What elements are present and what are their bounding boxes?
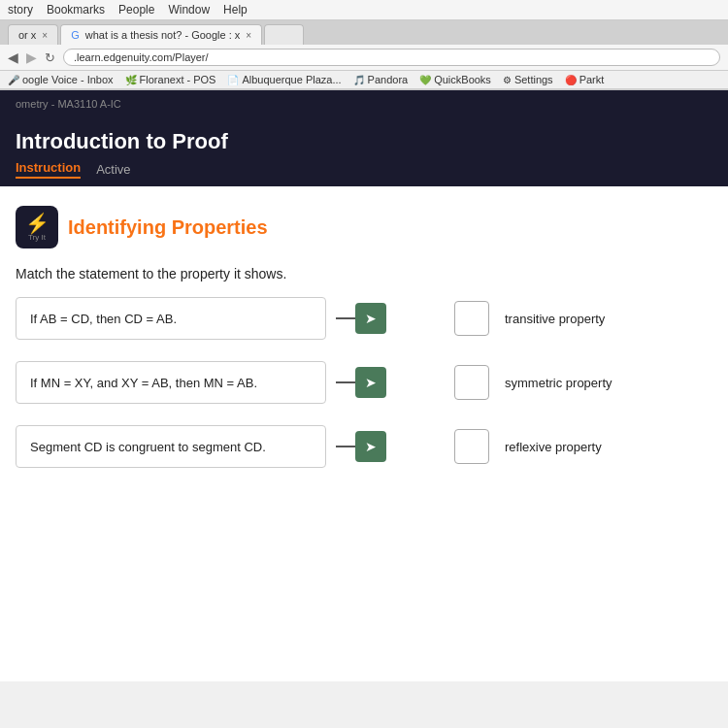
forward-btn[interactable]: ▶ bbox=[26, 50, 37, 65]
menu-help[interactable]: Help bbox=[223, 3, 248, 17]
property-label-1: transitive property bbox=[505, 312, 605, 326]
bookmark-albuquerque-label: Albuquerque Plaza... bbox=[242, 74, 341, 85]
tab-1-close[interactable]: × bbox=[42, 30, 48, 41]
bookmark-pandora[interactable]: 🎵 Pandora bbox=[353, 74, 409, 85]
statement-box-3: Segment CD is congruent to segment CD. bbox=[16, 425, 326, 468]
arrow-button-3[interactable]: ➤ bbox=[355, 431, 386, 462]
arrow-line-1 bbox=[336, 317, 355, 319]
course-label: ometry - MA3110 A-IC bbox=[16, 98, 121, 110]
try-it-icon-container: ⚡ Try It bbox=[16, 206, 58, 248]
tab-1-label: or x bbox=[18, 29, 36, 41]
browser-tab-2[interactable]: G what is a thesis not? - Google : x × bbox=[60, 24, 262, 45]
page-title: Introduction to Proof bbox=[16, 129, 712, 154]
match-container: If AB = CD, then CD = AB. ➤ transitive p… bbox=[16, 297, 712, 468]
match-row-2: If MN = XY, and XY = AB, then MN = AB. ➤… bbox=[16, 361, 712, 404]
arrow-line-2 bbox=[336, 381, 355, 383]
menu-people[interactable]: People bbox=[118, 3, 154, 17]
parkt-icon: 🔴 bbox=[565, 75, 577, 85]
quickbooks-icon: 💚 bbox=[419, 75, 431, 85]
statement-text-2: If MN = XY, and XY = AB, then MN = AB. bbox=[30, 376, 257, 390]
course-header: ometry - MA3110 A-IC bbox=[0, 90, 728, 117]
arrow-connector-1: ➤ bbox=[336, 303, 386, 334]
arrow-connector-3: ➤ bbox=[336, 431, 386, 462]
tab-2-label: what is a thesis not? - Google : x bbox=[85, 29, 241, 41]
bookmark-google-voice[interactable]: 🎤 oogle Voice - Inbox bbox=[8, 74, 114, 85]
arrow-line-3 bbox=[336, 446, 355, 447]
back-btn[interactable]: ◀ bbox=[8, 50, 18, 65]
address-input[interactable]: .learn.edgenuity.com/Player/ bbox=[63, 49, 720, 66]
tab-active[interactable]: Active bbox=[96, 162, 130, 177]
bookmark-google-voice-label: oogle Voice - Inbox bbox=[22, 74, 114, 85]
bookmark-pandora-label: Pandora bbox=[368, 74, 409, 85]
instruction-text: Match the statement to the property it s… bbox=[16, 266, 712, 281]
menu-story[interactable]: story bbox=[8, 3, 33, 17]
bookmarks-bar: 🎤 oogle Voice - Inbox 🌿 Floranext - POS … bbox=[0, 71, 728, 89]
arrow-button-1[interactable]: ➤ bbox=[355, 303, 386, 334]
bookmark-parkt-label: Parkt bbox=[579, 74, 605, 85]
main-content: ⚡ Try It Identifying Properties Match th… bbox=[0, 186, 728, 487]
bookmark-settings[interactable]: ⚙ Settings bbox=[503, 74, 553, 85]
bookmark-albuquerque[interactable]: 📄 Albuquerque Plaza... bbox=[227, 74, 341, 85]
tab-2-close[interactable]: × bbox=[246, 30, 251, 41]
drop-target-2[interactable] bbox=[454, 365, 489, 400]
match-row-1: If AB = CD, then CD = AB. ➤ transitive p… bbox=[16, 297, 712, 340]
albuquerque-icon: 📄 bbox=[227, 75, 239, 85]
card: ⚡ Try It Identifying Properties Match th… bbox=[16, 206, 712, 468]
property-label-2: symmetric property bbox=[505, 376, 612, 390]
arrow-connector-2: ➤ bbox=[336, 367, 386, 398]
card-header: ⚡ Try It Identifying Properties bbox=[16, 206, 712, 248]
bookmark-parkt[interactable]: 🔴 Parkt bbox=[565, 74, 605, 85]
google-icon: G bbox=[71, 29, 80, 41]
tab-instruction[interactable]: Instruction bbox=[16, 160, 81, 179]
google-voice-icon: 🎤 bbox=[8, 75, 19, 85]
bookmark-quickbooks-label: QuickBooks bbox=[434, 74, 491, 85]
drop-target-3[interactable] bbox=[454, 429, 489, 464]
property-label-3: reflexive property bbox=[505, 440, 602, 454]
menu-bookmarks[interactable]: Bookmarks bbox=[47, 3, 105, 17]
drop-target-1[interactable] bbox=[454, 301, 489, 336]
match-row-3: Segment CD is congruent to segment CD. ➤… bbox=[16, 425, 712, 468]
lightning-icon: ⚡ bbox=[25, 214, 50, 233]
page-tabs: Instruction Active bbox=[16, 160, 712, 179]
bookmark-settings-label: Settings bbox=[514, 74, 553, 85]
floranext-icon: 🌿 bbox=[125, 75, 137, 85]
statement-box-1: If AB = CD, then CD = AB. bbox=[16, 297, 326, 340]
pandora-icon: 🎵 bbox=[353, 75, 365, 85]
browser-tab-1[interactable]: or x × bbox=[8, 24, 58, 45]
address-bar: ◀ ▶ ↻ .learn.edgenuity.com/Player/ bbox=[0, 45, 728, 71]
card-title: Identifying Properties bbox=[68, 216, 268, 239]
address-text: .learn.edgenuity.com/Player/ bbox=[74, 51, 209, 63]
try-it-label: Try It bbox=[28, 233, 46, 242]
menu-bar: story Bookmarks People Window Help bbox=[0, 0, 728, 20]
tab-bar: or x × G what is a thesis not? - Google … bbox=[0, 20, 728, 45]
settings-icon: ⚙ bbox=[503, 75, 512, 85]
statement-box-2: If MN = XY, and XY = AB, then MN = AB. bbox=[16, 361, 326, 404]
tab-3-label bbox=[275, 29, 292, 41]
bottom-area bbox=[0, 487, 728, 681]
bookmark-floranext-label: Floranext - POS bbox=[140, 74, 216, 85]
page-title-area: Introduction to Proof Instruction Active bbox=[0, 117, 728, 186]
bookmark-quickbooks[interactable]: 💚 QuickBooks bbox=[419, 74, 491, 85]
statement-text-1: If AB = CD, then CD = AB. bbox=[30, 312, 177, 326]
refresh-btn[interactable]: ↻ bbox=[45, 50, 55, 65]
bookmark-floranext[interactable]: 🌿 Floranext - POS bbox=[125, 74, 216, 85]
menu-window[interactable]: Window bbox=[168, 3, 210, 17]
arrow-button-2[interactable]: ➤ bbox=[355, 367, 386, 398]
browser-tab-3[interactable] bbox=[264, 24, 303, 45]
statement-text-3: Segment CD is congruent to segment CD. bbox=[30, 440, 266, 454]
